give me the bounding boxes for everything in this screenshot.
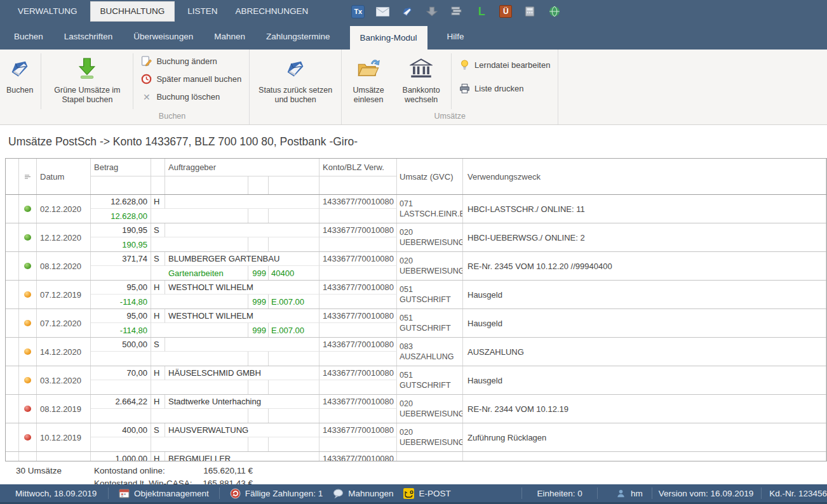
ue-icon[interactable]: Ü <box>499 5 512 18</box>
statusbar-kundennummer: Kd.-Nr. 123456 <box>769 489 827 498</box>
transaction-row[interactable]: 14.12.2020 500,00 S 1433677/70010080 083… <box>6 338 826 366</box>
book-icon <box>284 56 307 81</box>
transaction-row[interactable]: 08.12.2020 371,74 S BLUMBERGER GARTENBAU… <box>6 252 826 281</box>
tab-mahnen[interactable]: Mahnen <box>213 23 246 50</box>
menu-abrechnungen[interactable]: ABRECHNUNGEN <box>231 2 314 21</box>
header-betrag[interactable]: Betrag <box>91 159 151 176</box>
header-verwendungszweck[interactable]: Verwendungszweck <box>463 159 826 194</box>
clipboard-icon[interactable] <box>523 4 537 18</box>
statusbar-objektmanagement[interactable]: Objektmanagement <box>119 488 209 499</box>
cell-auftraggeber: Stadtwerke Unterhaching <box>165 395 319 409</box>
menu-buchhaltung[interactable]: BUCHHALTUNG <box>90 1 175 22</box>
transaction-row[interactable]: 02.12.2020 12.628,00 H 1433677/70010080 … <box>6 195 826 223</box>
header-datum[interactable]: Datum <box>37 159 91 194</box>
header-umsatz-gvc[interactable]: Umsatz (GVC) <box>397 159 463 194</box>
buchen-button[interactable]: Buchen <box>1 52 38 110</box>
status-dot <box>24 377 31 383</box>
cell-buchungsbetrag <box>91 352 151 366</box>
download-icon[interactable] <box>425 4 439 18</box>
cell-umsatz-gvc: 071 LASTSCH.EINR.E. <box>397 195 463 223</box>
cell-konto-code <box>269 437 319 451</box>
statusbar-faellige-zahlungen[interactable]: Fällige Zahlungen: 1 <box>230 488 323 499</box>
header-konto-blz[interactable]: Konto/BLZ Verw. <box>319 159 397 176</box>
cell-objekt-nr: 999 <box>248 323 269 337</box>
transaction-row[interactable]: 1.000,00 H BERGMUELLER 1433677/70010080 <box>6 452 826 461</box>
menubar: VERWALTUNG BUCHHALTUNG LISTEN ABRECHNUNG… <box>0 0 827 23</box>
mahnungen-bubble-icon <box>333 488 344 499</box>
tab-zahlungstermine[interactable]: Zahlungstermine <box>265 23 332 50</box>
tab-lastschriften[interactable]: Lastschriften <box>63 23 114 50</box>
statusbar-user: hm <box>615 488 643 499</box>
book-icon[interactable] <box>400 4 414 18</box>
menu-listen[interactable]: LISTEN <box>182 2 222 21</box>
lightbulb-icon <box>459 60 470 70</box>
cell-umsatz-gvc: 051 GUTSCHRIFT <box>397 366 463 394</box>
status-dot-cell <box>19 423 37 451</box>
transaction-row[interactable]: 08.12.2019 2.664,22 H Stadtwerke Unterha… <box>6 395 826 423</box>
cell-auftraggeber <box>165 223 319 237</box>
statusbar-version: Version vom: 16.09.2019 <box>659 489 753 498</box>
status-dot <box>24 291 31 298</box>
cell-buchungsbetrag <box>91 409 151 423</box>
status-dot-cell <box>19 395 37 423</box>
header-auftraggeber[interactable]: Auftraggeber <box>165 159 319 176</box>
cell-soll-haben: H <box>151 195 165 209</box>
cell-soll-haben: H <box>151 452 165 461</box>
cell-datum <box>37 452 91 461</box>
ribbon-empty-area <box>558 50 827 124</box>
table-body: 02.12.2020 12.628,00 H 1433677/70010080 … <box>6 195 826 461</box>
liste-drucken-button[interactable]: Liste drucken <box>459 83 550 94</box>
cell-verwendungszweck: Zuführung Rücklagen <box>463 423 826 451</box>
tab-ueberweisungen[interactable]: Überweisungen <box>132 23 194 50</box>
cell-buchungstext <box>165 409 248 423</box>
l-icon[interactable]: L <box>474 4 488 18</box>
cell-datum: 08.12.2020 <box>37 252 91 280</box>
transaction-row[interactable]: 07.12.2020 95,00 H WESTHOLT WILHELM 1433… <box>6 309 826 338</box>
sort-status-icon[interactable] <box>19 159 37 194</box>
tab-hilfe[interactable]: Hilfe <box>446 23 466 50</box>
ribbon-group-umsaetze: Umsätze einlesen Bankkonto wechseln Lern… <box>342 50 558 124</box>
transaction-row[interactable]: 03.12.2020 70,00 H HÄUSELSCHMID GMBH 143… <box>6 366 826 395</box>
tab-banking-modul[interactable]: Banking-Modul <box>350 26 427 50</box>
cell-betrag: 2.664,22 <box>91 395 151 409</box>
status-dot-cell <box>19 452 37 461</box>
tab-buchen[interactable]: Buchen <box>13 23 44 50</box>
tx-icon[interactable]: Tx <box>351 5 365 18</box>
gruene-umsaetze-stapel-button[interactable]: Grüne Umsätze im Stapel buchen <box>44 52 130 110</box>
cell-konto-blz: 1433677/70010080 <box>319 452 397 461</box>
cell-objekt-nr <box>248 209 269 223</box>
cell-objekt-nr: 999 <box>248 295 269 308</box>
menu-verwaltung[interactable]: VERWALTUNG <box>13 2 83 21</box>
cell-buchungsbetrag <box>91 380 151 394</box>
transaction-row[interactable]: 12.12.2020 190,95 S 1433677/70010080 190… <box>6 223 826 252</box>
lerndatei-bearbeiten-button[interactable]: Lerndatei bearbeiten <box>459 60 550 70</box>
buchung-loeschen-button[interactable]: ✕ Buchung löschen <box>141 91 241 102</box>
status-zurueck-setzen-button[interactable]: Status zurück setzen und buchen <box>251 52 340 110</box>
cell-buchungsbetrag <box>91 266 151 280</box>
list-icon[interactable] <box>450 4 464 18</box>
cell-objekt-nr <box>248 352 269 366</box>
statusbar-einheiten: Einheiten: 0 <box>522 489 597 498</box>
spaeter-manuell-buchen-button[interactable]: Später manuell buchen <box>141 74 241 84</box>
cell-soll-haben: H <box>151 366 165 380</box>
bankkonto-wechseln-button[interactable]: Bankkonto wechseln <box>394 52 448 110</box>
cell-umsatz-gvc: 051 GUTSCHRIFT <box>397 281 463 308</box>
transaction-row[interactable]: 10.12.2019 400,00 S HAUSVERWALTUNG 14336… <box>6 423 826 452</box>
cell-buchungstext <box>165 380 248 394</box>
cell-konto-blz: 1433677/70010080 <box>319 366 397 380</box>
statusbar-mahnungen[interactable]: Mahnungen <box>333 488 393 499</box>
printer-icon <box>459 83 470 94</box>
cell-auftraggeber <box>165 195 319 209</box>
transaction-row[interactable]: 07.12.2019 95,00 H WESTHOLT WILHELM 1433… <box>6 281 826 309</box>
cell-datum: 12.12.2020 <box>37 223 91 251</box>
buchung-aendern-button[interactable]: Buchung ändern <box>141 56 241 67</box>
globe-icon[interactable] <box>548 4 561 18</box>
cell-konto-blz: 1433677/70010080 <box>319 423 397 437</box>
cell-konto-code <box>269 209 319 223</box>
umsaetze-einlesen-button[interactable]: Umsätze einlesen <box>343 52 394 110</box>
statusbar-epost[interactable]: E-POST <box>403 488 450 499</box>
cell-umsatz-gvc <box>397 452 463 461</box>
cell-konto-code <box>269 352 319 366</box>
app-window: VERWALTUNG BUCHHALTUNG LISTEN ABRECHNUNG… <box>0 0 827 504</box>
mail-icon[interactable] <box>375 4 389 18</box>
